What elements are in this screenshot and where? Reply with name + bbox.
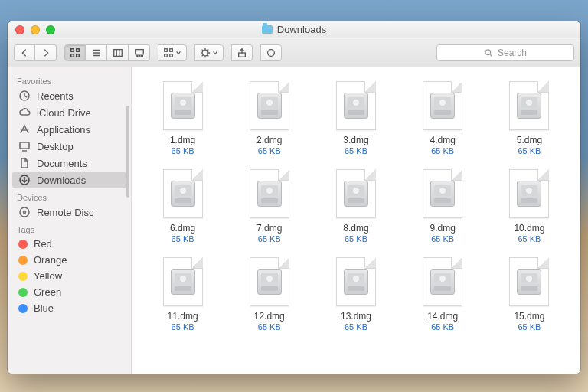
file-name: 11.dmg bbox=[168, 311, 198, 322]
sidebar-tag-green[interactable]: Green bbox=[8, 284, 131, 300]
sidebar-tag-yellow[interactable]: Yellow bbox=[8, 268, 131, 284]
toolbar: Search bbox=[8, 38, 580, 67]
desktop-icon bbox=[18, 140, 31, 152]
file-item[interactable]: 6.dmg65 KB bbox=[139, 169, 226, 243]
minimize-button[interactable] bbox=[31, 25, 40, 34]
svg-rect-17 bbox=[170, 54, 173, 57]
dmg-file-icon bbox=[336, 257, 376, 306]
tag-dot-icon bbox=[18, 288, 28, 297]
file-item[interactable]: 15.dmg65 KB bbox=[486, 257, 573, 332]
traffic-lights bbox=[8, 25, 55, 34]
zoom-button[interactable] bbox=[46, 25, 55, 34]
dmg-file-icon bbox=[423, 169, 462, 218]
dmg-file-icon bbox=[423, 257, 462, 306]
dmg-file-icon bbox=[163, 169, 203, 218]
search-icon bbox=[484, 48, 493, 57]
svg-rect-10 bbox=[135, 49, 143, 54]
sidebar-item-icloud[interactable]: iCloud Drive bbox=[8, 104, 131, 121]
arrange-button[interactable] bbox=[158, 44, 187, 61]
sidebar-item-label: Desktop bbox=[37, 141, 74, 152]
svg-rect-13 bbox=[141, 55, 142, 57]
file-size: 65 KB bbox=[172, 146, 194, 155]
file-item[interactable]: 5.dmg65 KB bbox=[486, 81, 573, 155]
file-item[interactable]: 10.dmg65 KB bbox=[486, 169, 573, 243]
downloads-icon bbox=[18, 174, 31, 186]
finder-window: Downloads Search bbox=[8, 21, 580, 374]
sidebar-item-label: Orange bbox=[34, 254, 67, 266]
nav-buttons bbox=[14, 44, 57, 61]
dmg-file-icon bbox=[336, 169, 376, 218]
section-devices: Devices bbox=[8, 188, 131, 204]
svg-rect-0 bbox=[71, 48, 74, 51]
titlebar[interactable]: Downloads bbox=[8, 21, 580, 38]
svg-rect-3 bbox=[77, 54, 80, 57]
file-size: 65 KB bbox=[431, 146, 454, 155]
file-item[interactable]: 2.dmg65 KB bbox=[226, 81, 312, 155]
sidebar-tag-red[interactable]: Red bbox=[8, 236, 131, 252]
sidebar-item-applications[interactable]: Applications bbox=[8, 121, 131, 138]
svg-rect-11 bbox=[136, 55, 137, 57]
file-size: 65 KB bbox=[258, 146, 281, 155]
sidebar-item-label: Blue bbox=[34, 302, 54, 314]
file-item[interactable]: 13.dmg65 KB bbox=[312, 257, 399, 332]
icon-view-button[interactable] bbox=[64, 44, 86, 61]
action-group bbox=[194, 44, 224, 61]
file-item[interactable]: 3.dmg65 KB bbox=[312, 81, 399, 155]
tag-dot-icon bbox=[18, 304, 28, 313]
sidebar-tag-blue[interactable]: Blue bbox=[8, 300, 131, 316]
file-item[interactable]: 8.dmg65 KB bbox=[312, 169, 399, 243]
file-item[interactable]: 12.dmg65 KB bbox=[226, 257, 312, 332]
dmg-file-icon bbox=[250, 81, 289, 130]
sidebar-item-label: Red bbox=[34, 238, 52, 250]
file-name: 4.dmg bbox=[430, 135, 456, 145]
dmg-file-icon bbox=[163, 257, 203, 306]
file-name: 14.dmg bbox=[427, 311, 458, 322]
share-group bbox=[231, 44, 253, 61]
dmg-file-icon bbox=[509, 169, 549, 218]
file-name: 15.dmg bbox=[514, 311, 544, 322]
file-size: 65 KB bbox=[518, 322, 541, 332]
file-item[interactable]: 11.dmg65 KB bbox=[139, 257, 226, 332]
svg-point-21 bbox=[485, 49, 491, 54]
file-item[interactable]: 9.dmg65 KB bbox=[400, 169, 486, 243]
search-field[interactable]: Search bbox=[436, 44, 574, 61]
edit-tags-button[interactable] bbox=[260, 44, 282, 61]
share-button[interactable] bbox=[231, 44, 253, 61]
back-button[interactable] bbox=[14, 44, 35, 61]
file-name: 8.dmg bbox=[343, 223, 368, 234]
sidebar-item-remote-disc[interactable]: Remote Disc bbox=[8, 204, 131, 220]
file-name: 2.dmg bbox=[256, 135, 282, 145]
file-browser[interactable]: 1.dmg65 KB2.dmg65 KB3.dmg65 KB4.dmg65 KB… bbox=[132, 67, 580, 374]
file-item[interactable]: 4.dmg65 KB bbox=[400, 81, 486, 155]
section-favorites: Favorites bbox=[8, 72, 131, 87]
file-name: 10.dmg bbox=[514, 223, 544, 234]
content-area: Favorites Recents iCloud Drive Applicati… bbox=[8, 67, 580, 374]
file-size: 65 KB bbox=[518, 234, 541, 243]
file-item[interactable]: 7.dmg65 KB bbox=[226, 169, 312, 243]
svg-rect-14 bbox=[165, 48, 168, 51]
sidebar-item-recents[interactable]: Recents bbox=[8, 87, 131, 104]
svg-point-27 bbox=[20, 207, 29, 217]
disc-icon bbox=[18, 206, 31, 218]
column-view-button[interactable] bbox=[107, 44, 129, 61]
arrange-group bbox=[158, 44, 187, 61]
gallery-view-button[interactable] bbox=[129, 44, 150, 61]
file-size: 65 KB bbox=[258, 322, 281, 332]
forward-button[interactable] bbox=[35, 44, 57, 61]
action-button[interactable] bbox=[194, 44, 224, 61]
sidebar: Favorites Recents iCloud Drive Applicati… bbox=[8, 67, 132, 374]
dmg-file-icon bbox=[423, 81, 462, 130]
list-view-button[interactable] bbox=[86, 44, 107, 61]
file-item[interactable]: 14.dmg65 KB bbox=[400, 257, 486, 332]
file-item[interactable]: 1.dmg65 KB bbox=[139, 81, 226, 155]
sidebar-item-documents[interactable]: Documents bbox=[8, 155, 131, 172]
tag-dot-icon bbox=[18, 256, 28, 265]
file-size: 65 KB bbox=[258, 234, 281, 243]
file-size: 65 KB bbox=[172, 322, 194, 332]
file-name: 6.dmg bbox=[170, 223, 195, 234]
sidebar-tag-orange[interactable]: Orange bbox=[8, 252, 131, 268]
sidebar-scrollbar[interactable] bbox=[126, 106, 129, 198]
sidebar-item-downloads[interactable]: Downloads bbox=[12, 172, 126, 188]
close-button[interactable] bbox=[15, 25, 24, 34]
sidebar-item-desktop[interactable]: Desktop bbox=[8, 138, 131, 155]
